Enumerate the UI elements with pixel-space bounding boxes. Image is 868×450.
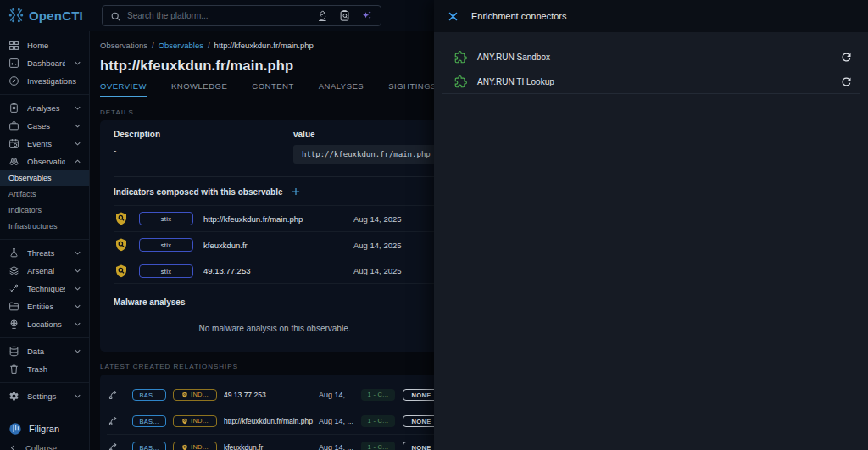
search-input[interactable] bbox=[127, 11, 310, 20]
description-label: Description bbox=[114, 130, 293, 139]
globe-icon bbox=[8, 319, 19, 330]
tools-icon bbox=[8, 283, 19, 294]
sidebar-item-entities[interactable]: Entities bbox=[0, 297, 89, 315]
tab-overview[interactable]: OVERVIEW bbox=[100, 81, 147, 97]
relationship-target-name: http://kfeuxkdun.fr/main.php bbox=[224, 417, 317, 425]
tab-sightings[interactable]: SIGHTINGS bbox=[388, 81, 437, 97]
relationship-type-badge: BAS... bbox=[132, 415, 166, 427]
filigran-logo bbox=[8, 422, 22, 436]
relationship-date: Aug 14, ... bbox=[319, 417, 356, 425]
relationship-date: Aug 14, ... bbox=[319, 391, 356, 399]
indicator-shield-icon bbox=[114, 211, 139, 226]
breadcrumb-current: http://kfeuxkdun.fr/main.php bbox=[214, 41, 314, 50]
clipboard-search-icon[interactable] bbox=[338, 9, 351, 22]
confidence-badge: 1 - C... bbox=[361, 389, 395, 401]
chevron-down-icon bbox=[73, 139, 82, 148]
chevron-down-icon bbox=[73, 58, 82, 68]
sidebar-item-observables[interactable]: Observables bbox=[0, 170, 89, 186]
chevron-left-icon bbox=[8, 443, 18, 450]
sidebar-divider bbox=[0, 337, 89, 338]
sidebar-item-cases[interactable]: Cases bbox=[0, 117, 89, 135]
chevron-up-icon bbox=[73, 157, 82, 166]
sidebar-item-arsenal[interactable]: Arsenal bbox=[0, 262, 89, 280]
sidebar-item-trash[interactable]: Trash bbox=[0, 360, 89, 378]
compass-icon bbox=[8, 75, 19, 86]
opencti-logo-icon bbox=[8, 7, 25, 24]
indicator-date: Aug 14, 2025 bbox=[353, 266, 402, 275]
connector-name: ANY.RUN Sandbox bbox=[477, 53, 840, 62]
breadcrumb-observations: Observations bbox=[100, 41, 147, 50]
puzzle-icon bbox=[454, 75, 467, 88]
indicator-name: http://kfeuxkdun.fr/main.php bbox=[203, 214, 353, 224]
indicator-name: kfeuxkdun.fr bbox=[203, 241, 353, 250]
bar-chart-icon bbox=[8, 58, 19, 69]
sidebar-item-events[interactable]: Events bbox=[0, 135, 89, 153]
microscope-icon[interactable] bbox=[316, 9, 329, 22]
indicator-name: 49.13.77.253 bbox=[203, 266, 353, 275]
sidebar-item-analyses[interactable]: Analyses bbox=[0, 99, 89, 117]
relationship-icon bbox=[107, 388, 132, 402]
confidence-badge: 1 - C... bbox=[361, 415, 395, 427]
indicator-date: Aug 14, 2025 bbox=[353, 241, 402, 250]
entity-type-badge: IND... bbox=[173, 415, 217, 427]
flask-icon bbox=[8, 247, 19, 258]
drawer-title: Enrichment connectors bbox=[471, 11, 567, 21]
ai-sparkles-icon[interactable] bbox=[360, 9, 373, 22]
collapse-button[interactable]: Collapse bbox=[0, 439, 89, 450]
sidebar-item-artifacts[interactable]: Artifacts bbox=[0, 186, 89, 203]
sidebar-item-observations[interactable]: Observations bbox=[0, 153, 89, 170]
tab-knowledge[interactable]: KNOWLEDGE bbox=[171, 81, 227, 97]
breadcrumb-separator: / bbox=[152, 41, 154, 50]
sidebar-item-threats[interactable]: Threats bbox=[0, 244, 89, 262]
logo-text: OpenCTI bbox=[29, 8, 83, 23]
drawer-header: Enrichment connectors bbox=[434, 0, 868, 32]
refresh-icon[interactable] bbox=[840, 75, 853, 88]
layers-icon bbox=[8, 265, 19, 276]
chevron-down-icon bbox=[73, 347, 82, 356]
chevron-down-icon bbox=[73, 284, 82, 293]
pattern-type-badge: stix bbox=[139, 212, 193, 225]
tab-analyses[interactable]: ANALYSES bbox=[319, 81, 364, 97]
sidebar-item-data[interactable]: Data bbox=[0, 342, 89, 360]
opencti-logo[interactable]: OpenCTI bbox=[0, 7, 90, 24]
sidebar: Home Dashboards Investigations Analyses … bbox=[0, 31, 90, 450]
tab-content[interactable]: CONTENT bbox=[252, 81, 293, 97]
calendar-icon bbox=[8, 138, 19, 149]
indicator-shield-icon bbox=[114, 264, 139, 279]
breadcrumb-observables-link[interactable]: Observables bbox=[159, 41, 203, 50]
sidebar-item-infrastructures[interactable]: Infrastructures bbox=[0, 219, 89, 235]
refresh-icon[interactable] bbox=[840, 51, 853, 64]
trash-icon bbox=[8, 364, 19, 375]
relationship-target-name: kfeuxkdun.fr bbox=[224, 443, 317, 450]
filigran-link[interactable]: Filigran bbox=[0, 419, 89, 439]
confidence-badge: 1 - C... bbox=[361, 442, 395, 450]
database-icon bbox=[8, 346, 19, 357]
sidebar-item-dashboards[interactable]: Dashboards bbox=[0, 54, 89, 72]
indicator-shield-icon bbox=[114, 237, 139, 253]
opencti-app: OpenCTI bbox=[0, 0, 868, 450]
sidebar-item-home[interactable]: Home bbox=[0, 36, 89, 54]
sidebar-item-settings[interactable]: Settings bbox=[0, 387, 89, 405]
search-icon bbox=[110, 10, 121, 21]
search-bar bbox=[102, 5, 381, 26]
breadcrumb-separator: / bbox=[208, 41, 210, 50]
connector-row: ANY.RUN Sandbox bbox=[442, 45, 860, 69]
pattern-type-badge: stix bbox=[139, 238, 193, 252]
search-actions bbox=[316, 9, 373, 22]
relationship-target-name: 49.13.77.253 bbox=[224, 391, 317, 399]
chevron-down-icon bbox=[73, 319, 82, 329]
sidebar-item-investigations[interactable]: Investigations bbox=[0, 72, 89, 90]
indicators-title: Indicators composed with this observable bbox=[114, 187, 283, 197]
connector-list: ANY.RUN Sandbox ANY.RUN TI Lookup bbox=[442, 32, 860, 94]
sidebar-item-locations[interactable]: Locations bbox=[0, 315, 89, 333]
description-value: - bbox=[114, 146, 293, 155]
sidebar-divider bbox=[0, 382, 89, 383]
sidebar-divider bbox=[0, 239, 89, 240]
sidebar-item-indicators[interactable]: Indicators bbox=[0, 203, 89, 219]
sidebar-item-techniques[interactable]: Techniques bbox=[0, 280, 89, 297]
close-icon[interactable] bbox=[447, 10, 459, 23]
pattern-type-badge: stix bbox=[139, 264, 193, 278]
add-indicator-button[interactable] bbox=[290, 186, 302, 197]
grid-icon bbox=[8, 40, 19, 51]
connector-row: ANY.RUN TI Lookup bbox=[442, 69, 860, 94]
